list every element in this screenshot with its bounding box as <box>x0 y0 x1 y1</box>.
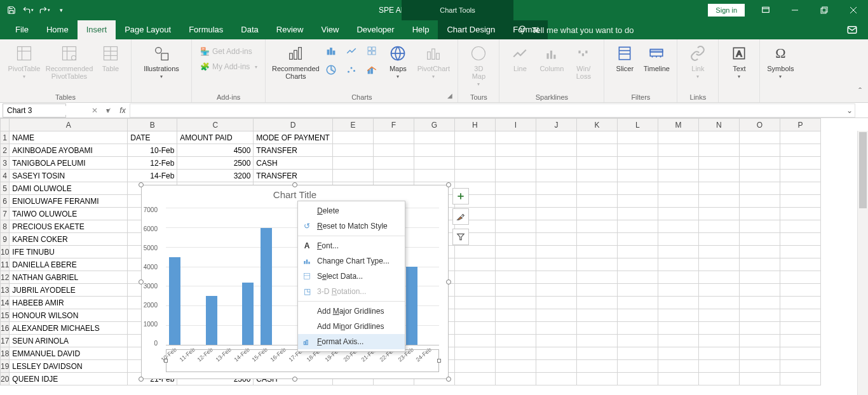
row-header[interactable]: 2 <box>1 144 10 157</box>
cell[interactable]: JUBRIL AYODELE <box>10 284 128 297</box>
cell[interactable]: NATHAN GABRIEL <box>10 271 128 284</box>
resize-handle[interactable] <box>139 377 144 382</box>
cell[interactable]: LESLEY DAVIDSON <box>10 360 128 373</box>
axis-selection-box[interactable] <box>166 349 439 372</box>
cell[interactable]: ALEXANDER MICHAELS <box>10 322 128 335</box>
cell[interactable] <box>332 170 373 182</box>
menu-add-major-gridlines[interactable]: Add Major Gridlines <box>298 304 405 319</box>
row-header[interactable]: 14 <box>1 297 10 309</box>
cell[interactable] <box>698 157 739 170</box>
row-header[interactable]: 10 <box>1 246 10 258</box>
row-header[interactable]: 6 <box>1 195 10 208</box>
cell[interactable] <box>658 246 698 258</box>
name-box[interactable]: ▾ <box>3 104 66 117</box>
cell[interactable] <box>658 335 698 347</box>
cell[interactable] <box>536 220 576 233</box>
cell[interactable] <box>698 360 739 373</box>
cell[interactable] <box>658 208 698 220</box>
tab-help[interactable]: Help <box>403 20 438 39</box>
menu-format-axis[interactable]: Format Axis... <box>298 334 405 349</box>
cell[interactable]: ENIOLUWAFE FERANMI <box>10 195 128 208</box>
cell[interactable] <box>576 144 617 157</box>
cell[interactable] <box>780 233 820 246</box>
cell[interactable] <box>536 284 576 297</box>
cell[interactable] <box>698 182 739 195</box>
cell[interactable] <box>536 258 576 271</box>
pie-chart-icon[interactable] <box>322 61 341 79</box>
column-header[interactable]: N <box>698 119 739 131</box>
row-header[interactable]: 15 <box>1 309 10 322</box>
cell[interactable] <box>576 309 617 322</box>
text-button[interactable]: AText▾ <box>724 42 754 79</box>
cell[interactable] <box>698 373 739 385</box>
cell[interactable] <box>495 258 536 271</box>
cell[interactable]: DATE <box>128 131 177 144</box>
cell[interactable] <box>698 144 739 157</box>
row-header[interactable]: 19 <box>1 360 10 373</box>
cell[interactable] <box>454 360 495 373</box>
cell[interactable] <box>576 322 617 335</box>
sparkline-winloss-button[interactable]: Win/ Loss <box>568 42 599 80</box>
cell[interactable] <box>739 157 780 170</box>
resize-handle[interactable] <box>292 182 297 187</box>
cell[interactable] <box>576 246 617 258</box>
cell[interactable] <box>658 182 698 195</box>
cell[interactable] <box>414 170 454 182</box>
cell[interactable] <box>698 335 739 347</box>
cell[interactable] <box>617 271 658 284</box>
row-header[interactable]: 18 <box>1 347 10 360</box>
cell[interactable] <box>454 284 495 297</box>
cell[interactable] <box>332 131 373 144</box>
column-header[interactable]: C <box>177 119 254 131</box>
cell[interactable] <box>617 220 658 233</box>
get-addins-button[interactable]: 🏪Get Add-ins <box>197 44 260 58</box>
fx-icon[interactable]: fx <box>116 106 130 115</box>
row-header[interactable]: 3 <box>1 157 10 170</box>
cell[interactable] <box>454 309 495 322</box>
cell[interactable] <box>576 271 617 284</box>
cell[interactable] <box>495 157 536 170</box>
collapse-ribbon-icon[interactable]: ˆ <box>858 86 862 97</box>
column-header[interactable]: G <box>414 119 454 131</box>
cell[interactable]: TRANSFER <box>254 144 333 157</box>
tell-me-search[interactable] <box>518 20 659 39</box>
cell[interactable] <box>617 182 658 195</box>
cell[interactable] <box>739 195 780 208</box>
cell[interactable] <box>536 347 576 360</box>
cell[interactable] <box>617 258 658 271</box>
column-chart-icon[interactable] <box>322 42 341 60</box>
cell[interactable] <box>495 309 536 322</box>
cell[interactable] <box>495 131 536 144</box>
recommended-pivottables-button[interactable]: Recommended PivotTables <box>44 42 94 80</box>
menu-font[interactable]: AFont... <box>298 238 405 253</box>
close-icon[interactable] <box>839 0 868 20</box>
cell[interactable] <box>739 335 780 347</box>
cell[interactable] <box>739 258 780 271</box>
scrollbar-thumb[interactable] <box>859 132 867 208</box>
column-header[interactable]: E <box>332 119 373 131</box>
maps-button[interactable]: Maps▾ <box>383 42 413 79</box>
cell[interactable] <box>495 182 536 195</box>
cell[interactable]: 2500 <box>177 157 254 170</box>
cell[interactable] <box>658 258 698 271</box>
cell[interactable] <box>495 233 536 246</box>
column-header[interactable]: A <box>10 119 128 131</box>
menu-select-data[interactable]: Select Data... <box>298 269 405 284</box>
cell[interactable] <box>414 157 454 170</box>
enter-formula-icon[interactable]: ✓ <box>102 106 116 115</box>
cell[interactable] <box>739 297 780 309</box>
cell[interactable] <box>698 233 739 246</box>
chart-bar[interactable] <box>406 267 417 345</box>
cell[interactable] <box>739 309 780 322</box>
cell[interactable] <box>780 309 820 322</box>
cell[interactable] <box>454 144 495 157</box>
cell[interactable] <box>536 233 576 246</box>
cell[interactable]: AKINBOADE AYOBAMI <box>10 144 128 157</box>
cell[interactable] <box>576 233 617 246</box>
expand-formula-bar-icon[interactable]: ⌄ <box>844 106 855 115</box>
symbols-button[interactable]: ΩSymbols▾ <box>765 42 796 79</box>
cell[interactable] <box>536 195 576 208</box>
menu-reset-style[interactable]: ↺Reset to Match Style <box>298 218 405 234</box>
chart-bar[interactable] <box>206 296 217 345</box>
cell[interactable]: MODE OF PAYMENT <box>254 131 333 144</box>
